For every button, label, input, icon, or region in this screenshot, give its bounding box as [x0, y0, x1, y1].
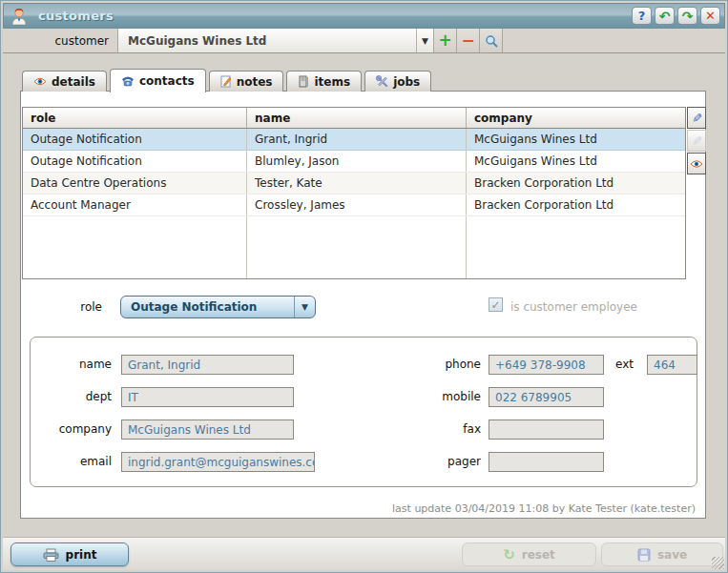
close-icon: ✕	[705, 9, 716, 23]
eye-icon	[690, 159, 703, 169]
mobile-label: mobile	[407, 387, 481, 403]
search-icon	[485, 34, 498, 48]
search-customer-button[interactable]	[480, 29, 503, 52]
is-customer-employee-label: is customer employee	[510, 300, 637, 314]
contacts-panel: role name company Outage Notification Gr…	[20, 91, 706, 519]
save-button: save	[601, 542, 723, 566]
phone-field[interactable]	[489, 355, 604, 375]
customer-label: customer	[3, 29, 118, 52]
customer-select[interactable]: McGuigans Wines Ltd	[118, 29, 416, 52]
undo-arrow-icon: ↶	[659, 9, 671, 24]
reset-icon: ↻	[503, 546, 515, 563]
chevron-down-icon: ▼	[422, 36, 428, 46]
tab-details[interactable]: details	[22, 71, 107, 92]
is-customer-employee-checkbox[interactable]: ✓	[489, 297, 503, 312]
redo-arrow-icon: ↷	[682, 9, 694, 24]
minus-icon: −	[461, 32, 474, 49]
view-contact-button[interactable]	[687, 153, 706, 174]
footer-bar: print ↻ reset save	[3, 537, 725, 570]
tab-contacts[interactable]: contacts	[110, 69, 206, 92]
empty-row	[23, 238, 685, 260]
reset-button: ↻ reset	[462, 542, 596, 566]
print-button[interactable]: print	[10, 542, 129, 566]
column-header-name[interactable]: name	[247, 108, 467, 128]
add-customer-button[interactable]: +	[434, 29, 457, 52]
eye-icon	[33, 76, 47, 87]
cell-role: Outage Notification	[23, 129, 247, 150]
person-icon	[10, 7, 29, 26]
customer-value: McGuigans Wines Ltd	[128, 34, 266, 48]
dept-field[interactable]	[121, 387, 294, 407]
table-header: role name company	[23, 108, 685, 129]
cell-name: Blumley, Jason	[247, 151, 467, 172]
ext-label: ext	[603, 355, 634, 371]
resize-grip[interactable]	[712, 557, 724, 569]
window-controls: ? ↶ ↷ ✕	[632, 7, 720, 25]
titlebar: customers ? ↶ ↷ ✕	[3, 3, 725, 29]
cell-role: Outage Notification	[23, 151, 247, 172]
tab-items[interactable]: items	[286, 71, 362, 92]
role-value: Outage Notification	[121, 300, 294, 314]
plus-icon: +	[438, 32, 451, 49]
fax-field[interactable]	[489, 420, 604, 440]
fax-label: fax	[407, 420, 481, 436]
cell-company: McGuigans Wines Ltd	[467, 151, 685, 172]
cell-role: Data Centre Operations	[23, 173, 247, 194]
question-icon: ?	[638, 9, 646, 23]
customers-window: customers ? ↶ ↷ ✕ customer McGuigans Win…	[0, 0, 728, 573]
cell-name: Crossley, James	[247, 194, 467, 215]
tab-items-label: items	[314, 75, 350, 89]
cell-company: McGuigans Wines Ltd	[467, 129, 685, 150]
cell-company: Bracken Corporation Ltd	[467, 194, 685, 215]
company-label: company	[31, 420, 112, 436]
role-label: role	[21, 300, 102, 314]
printer-icon	[43, 548, 59, 562]
print-label: print	[66, 548, 97, 562]
email-field[interactable]	[121, 452, 315, 472]
help-button[interactable]: ?	[632, 7, 652, 25]
tab-details-label: details	[52, 75, 95, 89]
ext-field[interactable]	[647, 355, 697, 375]
save-label: save	[657, 548, 687, 562]
save-disk-icon	[637, 548, 651, 562]
chevron-down-icon: ▼	[294, 297, 315, 317]
tools-icon	[376, 75, 388, 88]
mobile-field[interactable]	[489, 387, 604, 407]
customer-toolbar: customer McGuigans Wines Ltd ▼ + −	[3, 29, 725, 53]
cell-name: Tester, Kate	[247, 173, 467, 194]
pen-icon: ✎	[690, 113, 704, 123]
tab-jobs-label: jobs	[393, 75, 420, 89]
window-title: customers	[38, 9, 114, 23]
customer-dropdown-button[interactable]: ▼	[416, 29, 434, 52]
tab-notes[interactable]: notes	[209, 71, 284, 92]
pager-field[interactable]	[489, 452, 604, 472]
table-row[interactable]: Outage Notification Blumley, Jason McGui…	[23, 151, 685, 173]
name-field[interactable]	[121, 355, 294, 375]
edit-contact-button[interactable]: ✎	[687, 107, 706, 129]
column-header-company[interactable]: company	[467, 108, 685, 128]
role-select[interactable]: Outage Notification ▼	[120, 296, 316, 318]
phone-label: phone	[407, 355, 481, 371]
table-row[interactable]: Account Manager Crossley, James Bracken …	[23, 194, 685, 216]
empty-row	[23, 216, 685, 238]
remove-customer-button[interactable]: −	[457, 29, 480, 52]
tab-bar: details contacts notes items	[22, 69, 431, 92]
email-label: email	[31, 452, 112, 468]
table-row[interactable]: Outage Notification Grant, Ingrid McGuig…	[23, 129, 685, 151]
company-field[interactable]	[121, 420, 294, 440]
tab-contacts-label: contacts	[139, 74, 195, 88]
box-icon	[298, 75, 309, 88]
column-header-role[interactable]: role	[23, 108, 247, 128]
dept-label: dept	[31, 387, 112, 403]
reset-label: reset	[522, 548, 555, 562]
tab-jobs[interactable]: jobs	[364, 71, 431, 92]
table-row[interactable]: Data Centre Operations Tester, Kate Brac…	[23, 173, 685, 194]
redo-button[interactable]: ↷	[677, 7, 697, 25]
edit-contact-button-disabled: ✎	[687, 130, 706, 152]
close-button[interactable]: ✕	[700, 7, 720, 25]
contacts-table: role name company Outage Notification Gr…	[22, 107, 686, 279]
undo-button[interactable]: ↶	[655, 7, 675, 25]
pager-label: pager	[407, 452, 481, 468]
cell-company: Bracken Corporation Ltd	[467, 173, 685, 194]
name-label: name	[31, 355, 112, 371]
